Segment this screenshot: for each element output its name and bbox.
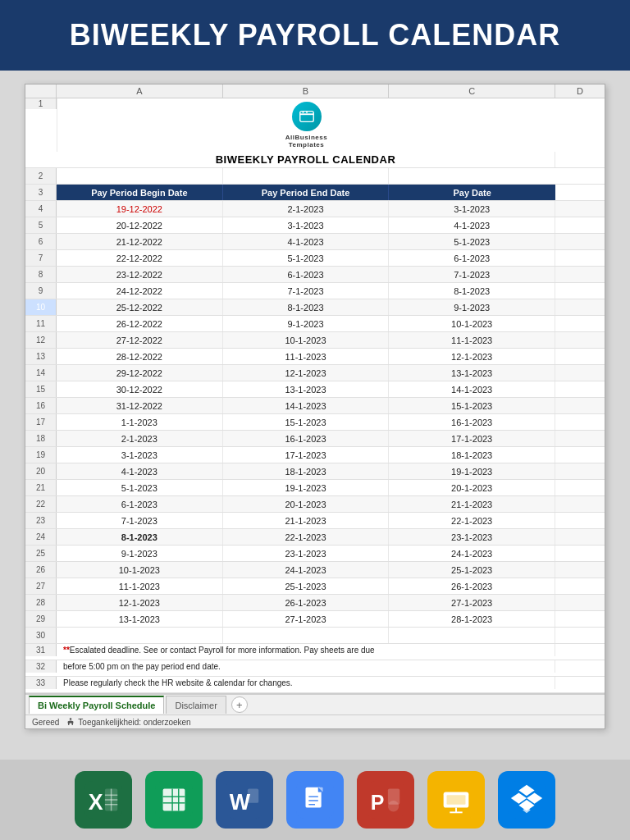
- tab-disclaimer[interactable]: Disclaimer: [166, 696, 226, 714]
- table-row: 6 21-12-2022 4-1-2023 5-1-2023: [25, 234, 605, 250]
- excel-icon[interactable]: X: [75, 771, 132, 829]
- cell-begin-date: 30-12-2022: [57, 381, 223, 397]
- notes-row: 33 Please regularly check the HR website…: [25, 677, 605, 693]
- cell-end-date: 8-1-2023: [223, 299, 390, 315]
- table-row: 9 24-12-2022 7-1-2023 8-1-2023: [25, 283, 605, 299]
- table-row: 7 22-12-2022 5-1-2023 6-1-2023: [25, 250, 605, 267]
- row-num-31: 31: [25, 644, 57, 656]
- cell-end-date: 9-1-2023: [223, 316, 390, 331]
- cell-end-date: 19-1-2023: [223, 480, 390, 495]
- cell-end-date: 26-1-2023: [223, 595, 390, 610]
- row-num-5: 5: [25, 217, 57, 233]
- table-row: 18 2-1-2023 16-1-2023 17-1-2023: [25, 431, 605, 447]
- cell-end-date: 7-1-2023: [223, 283, 390, 299]
- docs-icon[interactable]: [286, 771, 344, 829]
- spreadsheet: A B C D 1 BIWEEKLY PAYROLL CALENDAR: [25, 84, 605, 729]
- cell-d: [555, 414, 605, 430]
- cell-d: [555, 562, 605, 578]
- cell-d: [555, 529, 605, 545]
- row-30-d: [555, 628, 605, 643]
- cell-end-date: 21-1-2023: [223, 513, 390, 528]
- cell-begin-date: 19-12-2022: [57, 201, 223, 217]
- row-30-c: [389, 628, 555, 643]
- row-num-17: 17: [25, 414, 57, 430]
- cell-pay-date: 24-1-2023: [389, 546, 555, 561]
- notes-rows: 31 ** Escalated deadline. See or contact…: [25, 644, 605, 693]
- cell-d: [555, 595, 605, 610]
- row-num-spacer: [25, 84, 57, 98]
- cell-end-date: 27-1-2023: [223, 611, 390, 627]
- cell-pay-date: 15-1-2023: [389, 398, 555, 413]
- cell-begin-date: 7-1-2023: [57, 513, 223, 528]
- row-num-27: 27: [25, 578, 57, 594]
- cell-begin-date: 9-1-2023: [57, 546, 223, 561]
- logo-text1: AllBusiness: [285, 134, 327, 141]
- cell-pay-date: 12-1-2023: [389, 349, 555, 364]
- dropbox-icon[interactable]: [498, 771, 555, 829]
- cell-d: [555, 463, 605, 479]
- title-row: 1 BIWEEKLY PAYROLL CALENDAR AllBusiness …: [25, 98, 605, 168]
- powerpoint-icon[interactable]: P: [357, 771, 414, 829]
- cell-d: [555, 578, 605, 594]
- cell-begin-date: 10-1-2023: [57, 562, 223, 578]
- table-row: 19 3-1-2023 17-1-2023 18-1-2023: [25, 447, 605, 463]
- tab-biweekly[interactable]: Bi Weekly Payroll Schedule: [29, 696, 164, 714]
- row-num-18: 18: [25, 431, 57, 446]
- slides-icon[interactable]: [427, 771, 485, 829]
- col-c-header: C: [389, 84, 555, 98]
- row-num-16: 16: [25, 398, 57, 413]
- notes-d: [57, 689, 555, 692]
- row-2-b: [223, 168, 390, 184]
- row-num-19: 19: [25, 447, 57, 463]
- cell-pay-date: 11-1-2023: [389, 332, 555, 348]
- cell-end-date: 25-1-2023: [223, 578, 390, 594]
- header-pay-date: Pay Date: [389, 185, 555, 200]
- svg-rect-20: [248, 789, 258, 803]
- cell-pay-date: 8-1-2023: [389, 283, 555, 299]
- cell-begin-date: 11-1-2023: [57, 578, 223, 594]
- cell-begin-date: 8-1-2023: [57, 529, 223, 545]
- row-num-33: 33: [25, 677, 57, 689]
- table-row: 26 10-1-2023 24-1-2023 25-1-2023: [25, 562, 605, 578]
- svg-point-31: [388, 801, 399, 811]
- cell-d: [555, 299, 605, 315]
- accessibility-icon: Toegankelijkheid: onderzoeken: [66, 717, 190, 727]
- table-row: 22 6-1-2023 20-1-2023 21-1-2023: [25, 496, 605, 513]
- cell-pay-date: 28-1-2023: [389, 611, 555, 627]
- notes-row: 31 ** Escalated deadline. See or contact…: [25, 644, 605, 660]
- row-num-28: 28: [25, 595, 57, 610]
- cell-d: [555, 480, 605, 495]
- header-begin-date: Pay Period Begin Date: [57, 185, 223, 200]
- sheets-icon[interactable]: [145, 771, 203, 829]
- spreadsheet-title: BIWEEKLY PAYROLL CALENDAR: [57, 152, 555, 167]
- table-row: 27 11-1-2023 25-1-2023 26-1-2023: [25, 578, 605, 595]
- table-row: 8 23-12-2022 6-1-2023 7-1-2023: [25, 267, 605, 283]
- row-num-15: 15: [25, 381, 57, 397]
- word-icon[interactable]: W: [216, 771, 273, 829]
- logo-cell: AllBusiness Templates: [57, 98, 555, 152]
- cell-pay-date: 25-1-2023: [389, 562, 555, 578]
- cell-pay-date: 17-1-2023: [389, 431, 555, 446]
- table-row: 29 13-1-2023 27-1-2023 28-1-2023: [25, 611, 605, 628]
- header-end-date: Pay Period End Date: [223, 185, 390, 200]
- status-text1: Gereed: [32, 718, 59, 727]
- cell-d: [555, 234, 605, 249]
- svg-rect-13: [163, 789, 185, 811]
- cell-pay-date: 26-1-2023: [389, 578, 555, 594]
- cell-end-date: 15-1-2023: [223, 414, 390, 430]
- svg-point-3: [306, 112, 308, 113]
- row-num-3: 3: [25, 185, 57, 200]
- tab-add-button[interactable]: +: [231, 696, 248, 713]
- cell-begin-date: 31-12-2022: [57, 398, 223, 413]
- cell-d: [555, 431, 605, 446]
- table-row: 25 9-1-2023 23-1-2023 24-1-2023: [25, 546, 605, 562]
- cell-d: [555, 513, 605, 528]
- row-num-14: 14: [25, 365, 57, 381]
- cell-d: [555, 611, 605, 627]
- app-icons-bar: X W: [0, 760, 630, 840]
- row-30: 30: [25, 628, 605, 644]
- table-row: 13 28-12-2022 11-1-2023 12-1-2023: [25, 349, 605, 365]
- cell-d: [555, 546, 605, 561]
- cell-end-date: 16-1-2023: [223, 431, 390, 446]
- row-num-20: 20: [25, 463, 57, 479]
